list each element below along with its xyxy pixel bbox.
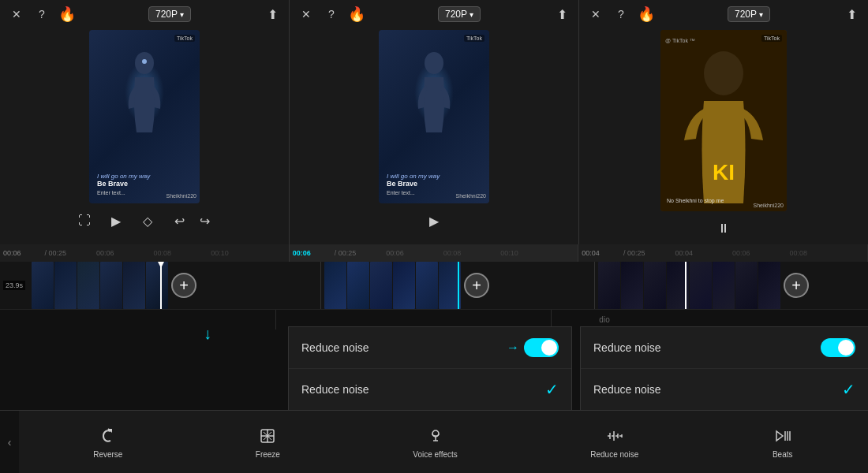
tiktok-badge-3: TikTok — [761, 35, 782, 42]
toolbar-item-beats[interactable]: Beats — [762, 419, 803, 465]
toolbar-item-reduce-noise[interactable]: Reduce noise — [581, 419, 648, 465]
timeline-rulers: 00:06 / 00:25 00:06 00:08 00:10 00:06 / … — [0, 244, 868, 262]
flame-icon-1[interactable]: 🔥 — [58, 6, 76, 23]
toolbar-item-voice-effects[interactable]: Voice effects — [403, 419, 467, 465]
resolution-badge-2[interactable]: 720P — [438, 6, 481, 22]
redo-btn-1[interactable]: ↪ — [195, 211, 214, 230]
noise-bottom-middle: Reduce noise ✓ — [289, 369, 571, 410]
panel1-controls-left: ✕ ? 🔥 — [8, 6, 76, 23]
noise-toggle-right[interactable] — [821, 338, 855, 357]
video-panel-2: ✕ ? 🔥 720P ⬆ I will go on my way Be Brav… — [290, 0, 579, 244]
ruler-marker-2b: 00:08 — [443, 249, 462, 257]
undo-btn-1[interactable]: ↩ — [170, 211, 189, 230]
playhead-3 — [685, 262, 687, 309]
username-2: Sheikhni220 — [455, 193, 486, 199]
toolbar-item-freeze[interactable]: Freeze — [246, 419, 290, 465]
person-svg-2 — [410, 46, 458, 140]
ruler-time-1-total: / 00:25 — [45, 249, 67, 257]
ruler-marker-2c: 00:10 — [500, 249, 518, 257]
playhead-1 — [160, 262, 162, 309]
undo-redo-1: ↩ ↪ — [170, 211, 214, 230]
video-preview-1: I will go on my way Be Brave Enter text.… — [89, 30, 200, 203]
voice-effects-label: Voice effects — [413, 450, 458, 459]
play-btn-1[interactable]: ▶ — [107, 211, 125, 230]
help-icon-1[interactable]: ? — [33, 6, 51, 23]
beats-label: Beats — [773, 450, 793, 459]
panel2-controls-left: ✕ ? 🔥 — [297, 6, 365, 23]
person-svg-3: KI — [660, 30, 787, 211]
ruler-marker-3b: 00:06 — [732, 249, 750, 257]
overlay-text-2a: I will go on my way — [387, 173, 440, 180]
noise-toggle-area-middle: → — [507, 338, 559, 357]
video-panel-3: ✕ ? 🔥 720P ⬆ KI TikTok @ TikTok ™ No She… — [579, 0, 868, 244]
controls-bar-1: ⛶ ▶ ◇ ↩ ↪ — [75, 205, 214, 236]
pause-btn-3[interactable]: ⏸ — [714, 219, 733, 238]
cyan-arrow-middle: → — [507, 341, 519, 355]
add-clip-btn-3[interactable]: + — [784, 273, 809, 298]
check-btn-right[interactable]: ✓ — [842, 380, 855, 399]
upload-btn-1[interactable]: ⬆ — [264, 6, 281, 23]
flame-icon-2[interactable]: 🔥 — [348, 6, 365, 23]
svg-point-4 — [704, 51, 743, 95]
duration-badge: 23.9s — [3, 281, 25, 290]
play-btn-2[interactable]: ▶ — [425, 211, 443, 230]
track-panel-3: + — [595, 262, 868, 309]
overlay-text-1c: Enter text... — [97, 190, 125, 196]
resolution-badge-1[interactable]: 720P — [148, 6, 191, 22]
overlay-text-3a: No Sheikhni to stop me — [667, 198, 724, 203]
svg-point-1 — [142, 59, 147, 64]
add-clip-btn-2[interactable]: + — [464, 273, 489, 298]
upload-btn-3[interactable]: ⬆ — [843, 6, 860, 23]
noise-label-bottom-middle: Reduce noise — [301, 383, 369, 396]
diamond-btn-1[interactable]: ◇ — [138, 211, 157, 230]
ruler-segment-3: 00:04 / 00:25 00:04 00:06 00:08 — [578, 244, 868, 262]
panel2-header: ✕ ? 🔥 720P ⬆ — [290, 0, 578, 28]
ruler-segment-2: 00:06 / 00:25 00:06 00:08 00:10 — [290, 244, 579, 262]
help-icon-3[interactable]: ? — [612, 6, 630, 23]
ruler-time-3-current: 00:04 — [582, 249, 600, 257]
close-icon-2[interactable]: ✕ — [297, 6, 315, 23]
audio-row-1 — [0, 310, 276, 330]
resolution-badge-3[interactable]: 720P — [728, 6, 770, 22]
noise-row-top-middle: Reduce noise → — [289, 327, 571, 369]
close-icon-1[interactable]: ✕ — [8, 6, 25, 23]
reverse-label: Reverse — [93, 450, 122, 459]
ruler-marker-3c: 00:08 — [789, 249, 807, 257]
controls-bar-3: ⏸ — [714, 213, 733, 244]
ruler-marker-1a: 00:06 — [96, 249, 114, 257]
upload-btn-2[interactable]: ⬆ — [553, 6, 571, 23]
ruler-time-2-total: / 00:25 — [335, 249, 357, 257]
toolbar-items: Reverse Freeze — [19, 419, 868, 465]
close-icon-3[interactable]: ✕ — [587, 6, 604, 23]
nav-arrow-left[interactable]: ‹ — [0, 411, 19, 474]
bottom-toolbar: ‹ Reverse Freeze — [0, 410, 868, 473]
add-clip-btn-1[interactable]: + — [171, 273, 196, 298]
noise-label-bottom-right: Reduce noise — [593, 383, 661, 396]
controls-bar-2: ▶ — [425, 205, 443, 236]
check-btn-middle[interactable]: ✓ — [545, 380, 559, 399]
track-panel-2: + — [321, 262, 595, 309]
ruler-segment-1: 00:06 / 00:25 00:06 00:08 00:10 — [0, 244, 290, 262]
video-preview-2: I will go on my way Be Brave Enter text.… — [379, 30, 489, 203]
reduce-noise-panel-right: Reduce noise Reduce noise ✓ — [580, 326, 868, 410]
panel3-controls-left: ✕ ? 🔥 — [587, 6, 655, 23]
toggle-thumb-middle — [541, 340, 557, 356]
freeze-label: Freeze — [256, 450, 280, 459]
clip-frames-2 — [324, 262, 461, 309]
track-panel-1: + — [0, 262, 321, 309]
noise-label-right: Reduce noise — [593, 341, 661, 354]
noise-bottom-right: Reduce noise ✓ — [581, 369, 868, 410]
track-clips-row: 23.9s + — [0, 262, 868, 309]
help-icon-2[interactable]: ? — [323, 6, 340, 23]
toolbar-item-reverse[interactable]: Reverse — [84, 419, 132, 465]
reverse-icon — [97, 425, 119, 447]
toggle-thumb-right — [838, 340, 854, 356]
overlay-text-1a: I will go on my way — [97, 173, 150, 180]
fullscreen-btn-1[interactable]: ⛶ — [75, 211, 94, 230]
video-panel-1: ✕ ? 🔥 720P ⬆ I will go on my — [0, 0, 290, 244]
flame-icon-3[interactable]: 🔥 — [638, 6, 655, 23]
noise-label-middle: Reduce noise — [301, 341, 369, 354]
noise-toggle-middle[interactable] — [524, 338, 559, 357]
panel1-header: ✕ ? 🔥 720P ⬆ — [0, 0, 289, 28]
noise-row-top-right: Reduce noise — [581, 327, 868, 369]
